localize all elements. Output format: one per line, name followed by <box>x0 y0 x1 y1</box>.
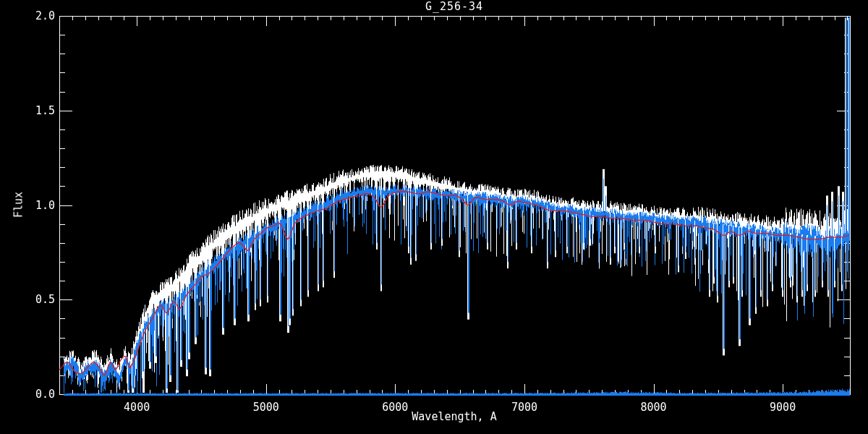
x-tick-label: 5000 <box>253 402 279 413</box>
y-tick-label: 0.5 <box>23 294 55 305</box>
x-tick-label: 4000 <box>124 402 150 413</box>
x-tick-label: 9000 <box>770 402 796 413</box>
y-tick-label: 2.0 <box>23 11 55 22</box>
spectrum-plot: G_256-34 Wavelength, A Flux 400050006000… <box>0 0 868 434</box>
y-tick-label: 1.5 <box>23 105 55 116</box>
x-axis-label: Wavelength, A <box>412 412 496 422</box>
spectrum-plot-canvas <box>0 0 868 434</box>
x-tick-label: 7000 <box>511 402 537 413</box>
x-tick-label: 6000 <box>382 402 408 413</box>
plot-title: G_256-34 <box>425 1 483 12</box>
y-tick-label: 0.0 <box>23 389 55 400</box>
x-tick-label: 8000 <box>640 402 666 413</box>
y-tick-label: 1.0 <box>23 200 55 210</box>
